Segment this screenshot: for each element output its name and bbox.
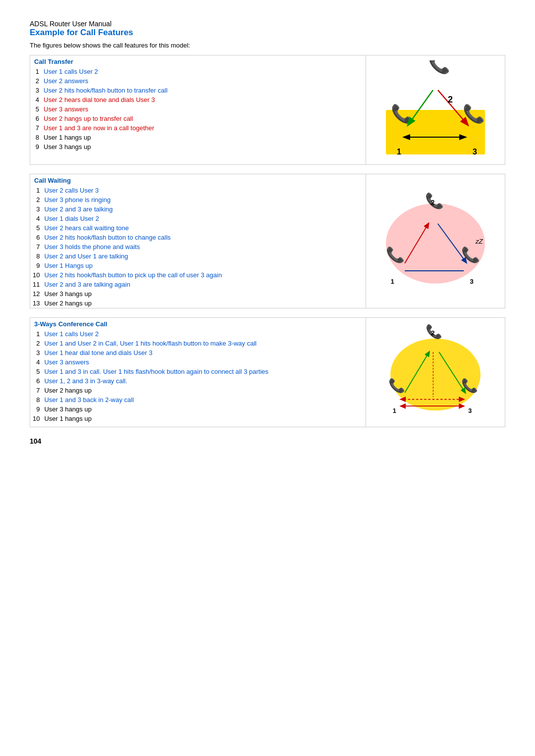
table-row: 5User 1 and 3 in call. User 1 hits flash… <box>30 367 366 376</box>
svg-point-10 <box>386 203 485 284</box>
call-waiting-label: Call Waiting <box>30 174 366 186</box>
table-row: 6User 2 hits hook/flash button to change… <box>30 233 366 242</box>
table-row: 2User 1 and User 2 in Call, User 1 hits … <box>30 339 366 348</box>
call-waiting-block: Call Waiting 1User 2 calls User 32User 3… <box>30 174 505 308</box>
table-row: 10User 2 hits hook/flash button to pick … <box>30 270 366 280</box>
call-waiting-table: Call Waiting 1User 2 calls User 32User 3… <box>30 174 366 308</box>
table-row: 1User 2 calls User 3 <box>30 186 366 195</box>
page-number: 104 <box>30 437 505 445</box>
table-row: 7User 3 holds the phone and waits <box>30 242 366 252</box>
table-row: 10User 1 hangs up <box>30 414 366 423</box>
call-transfer-rows: 1User 1 calls User 22User 2 answers3User… <box>30 67 366 151</box>
table-row: 1User 1 calls User 2 <box>30 67 366 76</box>
svg-text:3: 3 <box>470 278 474 285</box>
svg-text:2: 2 <box>430 199 434 206</box>
table-row: 3User 1 hear dial tone and dials User 3 <box>30 348 366 357</box>
conference-call-rows: 1User 1 calls User 22User 1 and User 2 i… <box>30 329 366 423</box>
table-row: 8User 1 hangs up <box>30 133 366 142</box>
table-row: 7User 2 hangs up <box>30 386 366 395</box>
call-transfer-diagram: 📞 📞 📞 2 1 3 <box>366 55 505 164</box>
section-title: Example for Call Features <box>30 28 505 38</box>
svg-text:📞: 📞 <box>388 377 406 394</box>
svg-text:2: 2 <box>448 95 453 104</box>
table-row: 4User 3 answers <box>30 357 366 367</box>
table-row: 9User 1 Hangs up <box>30 261 366 270</box>
table-row: 3User 2 hits hook/flash button to transf… <box>30 86 366 95</box>
conference-call-block: 3-Ways Conference Call 1User 1 calls Use… <box>30 317 505 427</box>
table-row: 4User 1 dials User 2 <box>30 214 366 223</box>
table-row: 1User 1 calls User 2 <box>30 329 366 339</box>
svg-text:3: 3 <box>473 148 477 156</box>
svg-point-21 <box>390 339 481 410</box>
table-row: 8User 1 and 3 back in 2-way call <box>30 395 366 404</box>
svg-text:1: 1 <box>391 278 395 285</box>
table-row: 3User 2 and 3 are talking <box>30 204 366 214</box>
table-row: 5User 3 answers <box>30 104 366 114</box>
call-transfer-label: Call Transfer <box>30 55 366 67</box>
svg-text:📞: 📞 <box>461 377 479 394</box>
call-transfer-table: Call Transfer 1User 1 calls User 22User … <box>30 55 366 164</box>
call-waiting-diagram: 📞 📞 📞 zZ 2 1 3 <box>366 174 505 308</box>
svg-text:📞: 📞 <box>461 246 481 264</box>
page-header: ADSL Router User Manual <box>30 20 505 28</box>
table-row: 6User 1, 2 and 3 in 3-way call. <box>30 376 366 386</box>
svg-text:📞: 📞 <box>391 103 413 124</box>
table-row: 2User 3 phone is ringing <box>30 195 366 204</box>
table-row: 8User 2 and User 1 are talking <box>30 252 366 261</box>
conference-call-label: 3-Ways Conference Call <box>30 318 366 329</box>
svg-text:1: 1 <box>393 407 396 414</box>
conference-call-table: 3-Ways Conference Call 1User 1 calls Use… <box>30 318 366 427</box>
svg-text:📞: 📞 <box>463 103 485 124</box>
conference-call-diagram: 📞 📞 📞 2 1 3 <box>366 318 505 427</box>
svg-text:1: 1 <box>397 148 401 156</box>
table-row: 4User 2 hears dial tone and dials User 3 <box>30 95 366 104</box>
svg-text:2: 2 <box>431 329 435 337</box>
call-transfer-block: Call Transfer 1User 1 calls User 22User … <box>30 55 505 165</box>
table-row: 12User 3 hangs up <box>30 289 366 299</box>
svg-text:📞: 📞 <box>425 192 444 210</box>
table-row: 6User 2 hangs up to transfer call <box>30 114 366 123</box>
table-row: 9User 3 hangs up <box>30 142 366 151</box>
call-waiting-rows: 1User 2 calls User 32User 3 phone is rin… <box>30 186 366 308</box>
table-row: 2User 2 answers <box>30 76 366 86</box>
svg-text:📞: 📞 <box>386 246 405 264</box>
svg-text:📞: 📞 <box>428 60 450 75</box>
table-row: 5User 2 hears call waiting tone <box>30 223 366 233</box>
table-row: 11User 2 and 3 are talking again <box>30 280 366 289</box>
table-row: 13User 2 hangs up <box>30 299 366 308</box>
svg-text:zZ: zZ <box>475 238 483 245</box>
table-row: 7User 1 and 3 are now in a call together <box>30 123 366 133</box>
section-subtitle: The figures below shows the call feature… <box>30 42 505 49</box>
table-row: 9User 3 hangs up <box>30 404 366 414</box>
svg-text:3: 3 <box>468 407 472 414</box>
